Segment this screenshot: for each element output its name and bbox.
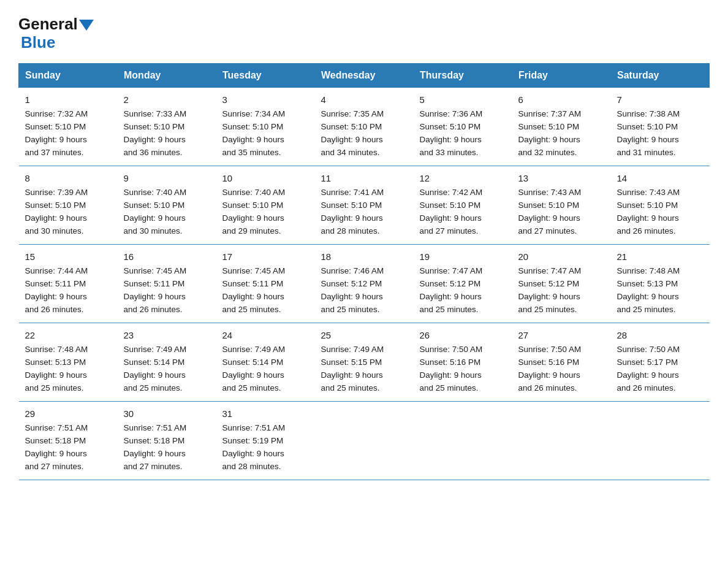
day-info: Sunrise: 7:40 AMSunset: 5:10 PMDaylight:… bbox=[222, 188, 286, 236]
calendar-week-1: 1Sunrise: 7:32 AMSunset: 5:10 PMDaylight… bbox=[19, 88, 710, 166]
calendar-cell: 31Sunrise: 7:51 AMSunset: 5:19 PMDayligh… bbox=[216, 401, 315, 480]
calendar-header-row: SundayMondayTuesdayWednesdayThursdayFrid… bbox=[19, 64, 710, 88]
calendar-cell: 23Sunrise: 7:49 AMSunset: 5:14 PMDayligh… bbox=[118, 323, 216, 401]
day-number: 10 bbox=[222, 171, 309, 185]
day-number: 23 bbox=[124, 328, 210, 342]
header-day-wednesday: Wednesday bbox=[315, 64, 414, 88]
calendar-week-2: 8Sunrise: 7:39 AMSunset: 5:10 PMDaylight… bbox=[19, 166, 710, 244]
day-info: Sunrise: 7:42 AMSunset: 5:10 PMDaylight:… bbox=[420, 188, 483, 236]
day-number: 6 bbox=[518, 93, 605, 107]
logo-triangle-icon bbox=[79, 20, 94, 31]
day-number: 11 bbox=[321, 171, 408, 185]
calendar-cell: 17Sunrise: 7:45 AMSunset: 5:11 PMDayligh… bbox=[216, 244, 315, 323]
day-info: Sunrise: 7:51 AMSunset: 5:19 PMDaylight:… bbox=[222, 423, 286, 471]
day-number: 20 bbox=[518, 250, 605, 264]
calendar-cell: 27Sunrise: 7:50 AMSunset: 5:16 PMDayligh… bbox=[512, 323, 611, 401]
calendar-cell bbox=[512, 401, 611, 480]
calendar-cell: 12Sunrise: 7:42 AMSunset: 5:10 PMDayligh… bbox=[414, 166, 512, 244]
calendar-cell bbox=[414, 401, 512, 480]
header-day-tuesday: Tuesday bbox=[216, 64, 315, 88]
day-info: Sunrise: 7:47 AMSunset: 5:12 PMDaylight:… bbox=[420, 266, 483, 314]
header-day-friday: Friday bbox=[512, 64, 611, 88]
day-number: 25 bbox=[321, 328, 408, 342]
day-info: Sunrise: 7:45 AMSunset: 5:11 PMDaylight:… bbox=[222, 266, 286, 314]
day-info: Sunrise: 7:48 AMSunset: 5:13 PMDaylight:… bbox=[617, 266, 680, 314]
day-info: Sunrise: 7:37 AMSunset: 5:10 PMDaylight:… bbox=[518, 109, 582, 157]
calendar-cell: 21Sunrise: 7:48 AMSunset: 5:13 PMDayligh… bbox=[611, 244, 710, 323]
day-info: Sunrise: 7:34 AMSunset: 5:10 PMDaylight:… bbox=[222, 109, 286, 157]
calendar-cell: 9Sunrise: 7:40 AMSunset: 5:10 PMDaylight… bbox=[118, 166, 216, 244]
header-day-saturday: Saturday bbox=[611, 64, 710, 88]
day-number: 22 bbox=[25, 328, 112, 342]
calendar-cell: 28Sunrise: 7:50 AMSunset: 5:17 PMDayligh… bbox=[611, 323, 710, 401]
day-number: 31 bbox=[222, 407, 309, 421]
calendar-cell: 24Sunrise: 7:49 AMSunset: 5:14 PMDayligh… bbox=[216, 323, 315, 401]
day-info: Sunrise: 7:47 AMSunset: 5:12 PMDaylight:… bbox=[518, 266, 582, 314]
day-number: 27 bbox=[518, 328, 605, 342]
day-number: 7 bbox=[617, 93, 703, 107]
calendar-cell bbox=[315, 401, 414, 480]
day-info: Sunrise: 7:32 AMSunset: 5:10 PMDaylight:… bbox=[25, 109, 88, 157]
calendar-cell: 29Sunrise: 7:51 AMSunset: 5:18 PMDayligh… bbox=[19, 401, 118, 480]
day-info: Sunrise: 7:35 AMSunset: 5:10 PMDaylight:… bbox=[321, 109, 384, 157]
calendar-cell: 3Sunrise: 7:34 AMSunset: 5:10 PMDaylight… bbox=[216, 88, 315, 166]
calendar-cell: 13Sunrise: 7:43 AMSunset: 5:10 PMDayligh… bbox=[512, 166, 611, 244]
day-info: Sunrise: 7:44 AMSunset: 5:11 PMDaylight:… bbox=[25, 266, 88, 314]
day-number: 21 bbox=[617, 250, 703, 264]
calendar-cell: 16Sunrise: 7:45 AMSunset: 5:11 PMDayligh… bbox=[118, 244, 216, 323]
calendar-cell bbox=[611, 401, 710, 480]
day-number: 29 bbox=[25, 407, 112, 421]
day-info: Sunrise: 7:36 AMSunset: 5:10 PMDaylight:… bbox=[420, 109, 483, 157]
calendar-cell: 15Sunrise: 7:44 AMSunset: 5:11 PMDayligh… bbox=[19, 244, 118, 323]
logo-general: General bbox=[18, 15, 78, 33]
logo-text: General bbox=[18, 16, 94, 32]
day-info: Sunrise: 7:51 AMSunset: 5:18 PMDaylight:… bbox=[124, 423, 187, 471]
calendar-cell: 8Sunrise: 7:39 AMSunset: 5:10 PMDaylight… bbox=[19, 166, 118, 244]
day-number: 13 bbox=[518, 171, 605, 185]
day-number: 30 bbox=[124, 407, 210, 421]
day-info: Sunrise: 7:50 AMSunset: 5:16 PMDaylight:… bbox=[518, 345, 582, 393]
day-number: 1 bbox=[25, 93, 112, 107]
day-info: Sunrise: 7:43 AMSunset: 5:10 PMDaylight:… bbox=[617, 188, 680, 236]
calendar-week-3: 15Sunrise: 7:44 AMSunset: 5:11 PMDayligh… bbox=[19, 244, 710, 323]
day-info: Sunrise: 7:46 AMSunset: 5:12 PMDaylight:… bbox=[321, 266, 384, 314]
day-number: 24 bbox=[222, 328, 309, 342]
day-number: 4 bbox=[321, 93, 408, 107]
calendar-cell: 7Sunrise: 7:38 AMSunset: 5:10 PMDaylight… bbox=[611, 88, 710, 166]
day-number: 5 bbox=[420, 93, 506, 107]
calendar-table: SundayMondayTuesdayWednesdayThursdayFrid… bbox=[18, 63, 710, 480]
calendar-cell: 4Sunrise: 7:35 AMSunset: 5:10 PMDaylight… bbox=[315, 88, 414, 166]
day-number: 19 bbox=[420, 250, 506, 264]
day-number: 16 bbox=[124, 250, 210, 264]
day-info: Sunrise: 7:50 AMSunset: 5:16 PMDaylight:… bbox=[420, 345, 483, 393]
day-number: 9 bbox=[124, 171, 210, 185]
calendar-cell: 18Sunrise: 7:46 AMSunset: 5:12 PMDayligh… bbox=[315, 244, 414, 323]
calendar-cell: 30Sunrise: 7:51 AMSunset: 5:18 PMDayligh… bbox=[118, 401, 216, 480]
calendar-cell: 6Sunrise: 7:37 AMSunset: 5:10 PMDaylight… bbox=[512, 88, 611, 166]
day-info: Sunrise: 7:38 AMSunset: 5:10 PMDaylight:… bbox=[617, 109, 680, 157]
calendar-cell: 20Sunrise: 7:47 AMSunset: 5:12 PMDayligh… bbox=[512, 244, 611, 323]
calendar-week-4: 22Sunrise: 7:48 AMSunset: 5:13 PMDayligh… bbox=[19, 323, 710, 401]
calendar-cell: 2Sunrise: 7:33 AMSunset: 5:10 PMDaylight… bbox=[118, 88, 216, 166]
day-number: 18 bbox=[321, 250, 408, 264]
day-number: 17 bbox=[222, 250, 309, 264]
calendar-cell: 22Sunrise: 7:48 AMSunset: 5:13 PMDayligh… bbox=[19, 323, 118, 401]
day-number: 12 bbox=[420, 171, 506, 185]
day-info: Sunrise: 7:40 AMSunset: 5:10 PMDaylight:… bbox=[124, 188, 187, 236]
logo-blue: Blue bbox=[21, 33, 55, 52]
calendar-week-5: 29Sunrise: 7:51 AMSunset: 5:18 PMDayligh… bbox=[19, 401, 710, 480]
calendar-cell: 19Sunrise: 7:47 AMSunset: 5:12 PMDayligh… bbox=[414, 244, 512, 323]
day-info: Sunrise: 7:41 AMSunset: 5:10 PMDaylight:… bbox=[321, 188, 384, 236]
calendar-cell: 25Sunrise: 7:49 AMSunset: 5:15 PMDayligh… bbox=[315, 323, 414, 401]
day-number: 14 bbox=[617, 171, 703, 185]
day-info: Sunrise: 7:39 AMSunset: 5:10 PMDaylight:… bbox=[25, 188, 88, 236]
day-info: Sunrise: 7:45 AMSunset: 5:11 PMDaylight:… bbox=[124, 266, 187, 314]
calendar-cell: 1Sunrise: 7:32 AMSunset: 5:10 PMDaylight… bbox=[19, 88, 118, 166]
day-info: Sunrise: 7:48 AMSunset: 5:13 PMDaylight:… bbox=[25, 345, 88, 393]
day-number: 2 bbox=[124, 93, 210, 107]
day-info: Sunrise: 7:50 AMSunset: 5:17 PMDaylight:… bbox=[617, 345, 680, 393]
header-day-thursday: Thursday bbox=[414, 64, 512, 88]
day-info: Sunrise: 7:49 AMSunset: 5:15 PMDaylight:… bbox=[321, 345, 384, 393]
page-header: General Blue bbox=[18, 12, 710, 52]
day-info: Sunrise: 7:33 AMSunset: 5:10 PMDaylight:… bbox=[124, 109, 187, 157]
